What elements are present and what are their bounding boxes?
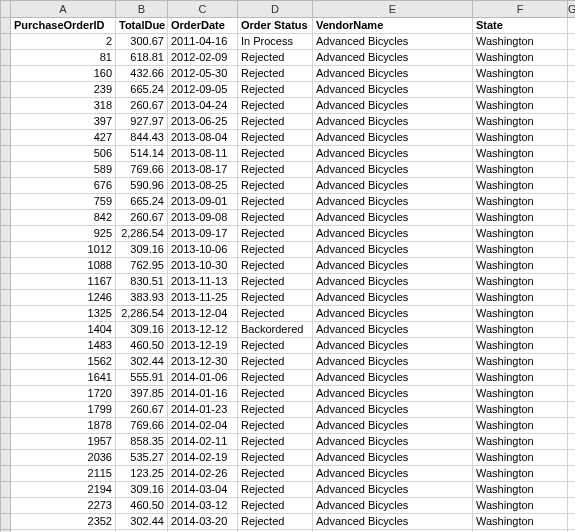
data-cell[interactable]: 506	[11, 146, 116, 162]
empty-cell[interactable]	[568, 338, 576, 354]
empty-cell[interactable]	[568, 466, 576, 482]
data-cell[interactable]: Washington	[473, 226, 568, 242]
data-cell[interactable]: Rejected	[238, 482, 313, 498]
data-cell[interactable]: 2013-09-17	[168, 226, 238, 242]
row-header[interactable]	[1, 114, 11, 130]
data-cell[interactable]: 309.16	[116, 322, 168, 338]
data-cell[interactable]: Advanced Bicycles	[313, 274, 473, 290]
data-cell[interactable]: Advanced Bicycles	[313, 194, 473, 210]
data-cell[interactable]: Rejected	[238, 130, 313, 146]
row-header[interactable]	[1, 418, 11, 434]
data-cell[interactable]: Advanced Bicycles	[313, 338, 473, 354]
data-cell[interactable]: 460.50	[116, 498, 168, 514]
data-cell[interactable]: 260.67	[116, 210, 168, 226]
empty-cell[interactable]	[568, 514, 576, 530]
col-header-G[interactable]: G	[568, 1, 576, 18]
data-cell[interactable]: Rejected	[238, 434, 313, 450]
header-cell[interactable]: Order Status	[238, 18, 313, 34]
data-cell[interactable]: 842	[11, 210, 116, 226]
data-cell[interactable]: Advanced Bicycles	[313, 482, 473, 498]
data-cell[interactable]: Rejected	[238, 146, 313, 162]
data-cell[interactable]: Washington	[473, 402, 568, 418]
data-cell[interactable]: 1720	[11, 386, 116, 402]
empty-cell[interactable]	[568, 450, 576, 466]
empty-cell[interactable]	[568, 130, 576, 146]
col-header-E[interactable]: E	[313, 1, 473, 18]
data-cell[interactable]: 2013-04-24	[168, 98, 238, 114]
data-cell[interactable]: Rejected	[238, 258, 313, 274]
data-cell[interactable]: Advanced Bicycles	[313, 98, 473, 114]
data-cell[interactable]: Washington	[473, 82, 568, 98]
empty-cell[interactable]	[568, 498, 576, 514]
empty-cell[interactable]	[568, 242, 576, 258]
row-header[interactable]	[1, 322, 11, 338]
data-cell[interactable]: 769.66	[116, 418, 168, 434]
data-cell[interactable]: 1404	[11, 322, 116, 338]
data-cell[interactable]: Advanced Bicycles	[313, 514, 473, 530]
data-cell[interactable]: 844.43	[116, 130, 168, 146]
row-header[interactable]	[1, 498, 11, 514]
data-cell[interactable]: Rejected	[238, 226, 313, 242]
empty-cell[interactable]	[568, 178, 576, 194]
data-cell[interactable]: 858.35	[116, 434, 168, 450]
data-cell[interactable]: 2013-08-17	[168, 162, 238, 178]
data-cell[interactable]: Rejected	[238, 194, 313, 210]
data-cell[interactable]: 2013-11-13	[168, 274, 238, 290]
empty-cell[interactable]	[568, 226, 576, 242]
data-cell[interactable]: Washington	[473, 434, 568, 450]
data-cell[interactable]: Advanced Bicycles	[313, 386, 473, 402]
data-cell[interactable]: Advanced Bicycles	[313, 306, 473, 322]
data-cell[interactable]: 665.24	[116, 194, 168, 210]
data-cell[interactable]: 2011-04-16	[168, 34, 238, 50]
data-cell[interactable]: Washington	[473, 306, 568, 322]
data-cell[interactable]: 81	[11, 50, 116, 66]
data-cell[interactable]: 2013-08-11	[168, 146, 238, 162]
data-cell[interactable]: Washington	[473, 514, 568, 530]
data-cell[interactable]: Advanced Bicycles	[313, 178, 473, 194]
data-cell[interactable]: 2013-12-04	[168, 306, 238, 322]
data-cell[interactable]: 2036	[11, 450, 116, 466]
data-cell[interactable]: 300.67	[116, 34, 168, 50]
data-cell[interactable]: Washington	[473, 258, 568, 274]
data-cell[interactable]: Advanced Bicycles	[313, 322, 473, 338]
data-cell[interactable]: 2012-02-09	[168, 50, 238, 66]
data-cell[interactable]: 927.97	[116, 114, 168, 130]
data-cell[interactable]: 2013-06-25	[168, 114, 238, 130]
data-cell[interactable]: 383.93	[116, 290, 168, 306]
data-cell[interactable]: 309.16	[116, 482, 168, 498]
data-cell[interactable]: Rejected	[238, 66, 313, 82]
col-header-D[interactable]: D	[238, 1, 313, 18]
data-cell[interactable]: 2014-02-04	[168, 418, 238, 434]
data-cell[interactable]: Rejected	[238, 210, 313, 226]
data-cell[interactable]: Rejected	[238, 338, 313, 354]
empty-cell[interactable]	[568, 418, 576, 434]
data-cell[interactable]: Washington	[473, 194, 568, 210]
data-cell[interactable]: 2013-08-04	[168, 130, 238, 146]
row-header[interactable]	[1, 386, 11, 402]
data-cell[interactable]: Washington	[473, 290, 568, 306]
data-cell[interactable]: Backordered	[238, 322, 313, 338]
select-all-corner[interactable]	[1, 1, 11, 18]
data-cell[interactable]: 2013-10-30	[168, 258, 238, 274]
data-cell[interactable]: 260.67	[116, 98, 168, 114]
data-cell[interactable]: Washington	[473, 98, 568, 114]
row-header[interactable]	[1, 514, 11, 530]
data-cell[interactable]: Washington	[473, 50, 568, 66]
data-cell[interactable]: Advanced Bicycles	[313, 130, 473, 146]
data-cell[interactable]: Advanced Bicycles	[313, 114, 473, 130]
data-cell[interactable]: 260.67	[116, 402, 168, 418]
data-cell[interactable]: Rejected	[238, 466, 313, 482]
data-cell[interactable]: 759	[11, 194, 116, 210]
row-header[interactable]	[1, 34, 11, 50]
row-header[interactable]	[1, 194, 11, 210]
data-cell[interactable]: Washington	[473, 418, 568, 434]
empty-cell[interactable]	[568, 258, 576, 274]
row-header[interactable]	[1, 466, 11, 482]
data-cell[interactable]: 397	[11, 114, 116, 130]
data-cell[interactable]: 2013-09-08	[168, 210, 238, 226]
data-cell[interactable]: 432.66	[116, 66, 168, 82]
data-cell[interactable]: 762.95	[116, 258, 168, 274]
data-cell[interactable]: 830.51	[116, 274, 168, 290]
data-cell[interactable]: 665.24	[116, 82, 168, 98]
data-cell[interactable]: Washington	[473, 242, 568, 258]
